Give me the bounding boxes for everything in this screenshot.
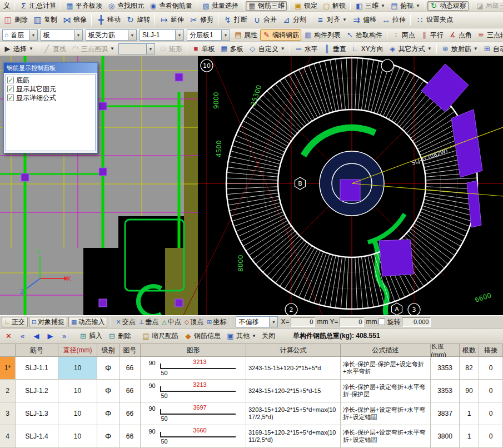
- y-coordinate-input[interactable]: 0: [340, 317, 364, 327]
- cell-count[interactable]: 1: [460, 425, 479, 448]
- show-other-elements-checkbox[interactable]: ✓显示其它图元: [7, 84, 94, 93]
- lock-button[interactable]: ▣锁定: [292, 1, 320, 11]
- cell-diameter[interactable]: 10: [58, 380, 97, 402]
- coordinate-snap[interactable]: ⊞坐标: [206, 317, 227, 327]
- rotate-angle-input[interactable]: 0.000: [402, 317, 431, 327]
- arc-button[interactable]: ◠三点画弧▼: [69, 43, 117, 54]
- rebar-3d-button[interactable]: ▦钢筋三维: [246, 1, 287, 11]
- copy-button[interactable]: ▥复制: [31, 13, 59, 27]
- cad-canvas-area[interactable]: 10B2A3 900025300450080006600SLJ-1C(082W)…: [0, 56, 503, 315]
- cell-formula[interactable]: 3169-15+120-2*15+5*d+max(1011/2,5*d): [246, 425, 341, 448]
- cell-length[interactable]: 3353: [431, 357, 460, 380]
- checkbox-icon[interactable]: ✓: [7, 77, 14, 83]
- select-button[interactable]: ▶选择▼: [1, 43, 36, 54]
- cell-diameter[interactable]: 10: [58, 425, 97, 448]
- cell-shape-diagram[interactable]: 90321350: [141, 380, 246, 402]
- three-point-axis-button[interactable]: ≣三点辅轴▼: [475, 29, 503, 41]
- insert-row-button[interactable]: ⊞插入: [77, 330, 104, 342]
- cell-shape-diagram[interactable]: 90366050: [141, 425, 246, 448]
- component-list-button[interactable]: ▥构件列表: [302, 29, 343, 41]
- view-3d-button[interactable]: ◧三维▼: [353, 1, 387, 11]
- cell-lap[interactable]: 0: [479, 380, 503, 402]
- vertex-snap[interactable]: ◇顶点: [183, 317, 205, 327]
- view-rebar-qty-button[interactable]: ◉查看钢筋量: [147, 1, 195, 11]
- scale-rebar-button[interactable]: ▤缩尺配筋: [140, 330, 181, 342]
- top-view-button[interactable]: ▤俯视▼: [388, 1, 422, 11]
- cell-shape-diagram[interactable]: 90369750: [141, 402, 246, 425]
- unlock-button[interactable]: ▢解锁: [320, 1, 348, 11]
- cell-count[interactable]: 82: [460, 357, 479, 380]
- bottom-rebar-checkbox[interactable]: ✓底筋: [7, 76, 94, 84]
- cell-description[interactable]: 净长-保护层+设定弯折+水平弯折-保护层: [341, 380, 431, 402]
- cell-grade[interactable]: Φ: [97, 380, 119, 402]
- trim-button[interactable]: ✂修剪: [187, 13, 216, 27]
- cell-figure-no[interactable]: 66: [119, 402, 141, 425]
- next-row-button[interactable]: ▶: [44, 330, 57, 342]
- floor-select[interactable]: ⌂首层▼: [2, 29, 38, 41]
- cell-count[interactable]: 1: [460, 402, 479, 425]
- two-point-button[interactable]: ∶两点: [390, 29, 417, 41]
- rebar-display-control-panel[interactable]: 钢筋显示控制面板 ✓底筋✓显示其它图元✓显示详细公式: [3, 62, 98, 153]
- edit-rebar-button[interactable]: ✎编辑钢筋: [260, 29, 301, 41]
- cell-lap[interactable]: 0: [479, 425, 503, 448]
- batch-select-button[interactable]: ▧批量选择: [200, 1, 241, 11]
- find-element-button[interactable]: ◎查找图元: [105, 1, 146, 11]
- cell-description[interactable]: 净长-保护层+设定弯折+水平弯折+设定锚固: [341, 425, 431, 448]
- rebar-info-button[interactable]: ◆钢筋信息: [182, 330, 223, 342]
- rebar-name-select[interactable]: SLJ-1▼: [140, 29, 184, 41]
- sum-calc-button[interactable]: Σ汇总计算: [17, 1, 58, 11]
- cell-formula[interactable]: 3243-15+120-2*15+5*d-15: [246, 380, 341, 402]
- prev-row-button[interactable]: ◀: [30, 330, 43, 342]
- layer-slab-select[interactable]: 分层板1▼: [187, 29, 230, 41]
- row-number[interactable]: 3: [0, 402, 16, 425]
- cell-grade[interactable]: Φ: [97, 425, 119, 448]
- rotate-button[interactable]: ↻旋转: [123, 13, 152, 27]
- properties-button[interactable]: ▤属性: [232, 29, 260, 41]
- object-snap-toggle[interactable]: ⊡对象捕捉: [29, 317, 67, 327]
- ortho-toggle[interactable]: ∟正交: [2, 317, 28, 327]
- cell-diameter[interactable]: 10: [58, 402, 97, 425]
- offset-mode-select[interactable]: 不偏移 ▼: [236, 316, 278, 327]
- checkbox-icon[interactable]: ✓: [7, 94, 14, 101]
- offset-button[interactable]: ⇉偏移: [350, 13, 379, 27]
- dynamic-input-toggle[interactable]: ▦动态输入: [68, 317, 107, 327]
- element-type-select[interactable]: 板▼: [41, 29, 83, 41]
- extend-button[interactable]: ↦延伸: [157, 13, 186, 27]
- cell-shape-diagram[interactable]: 90321350: [141, 357, 246, 380]
- cell-lap[interactable]: 0: [479, 402, 503, 425]
- cell-rebar-id[interactable]: SLJ-1.3: [16, 402, 58, 425]
- cell-length[interactable]: 3837: [431, 402, 460, 425]
- partial-3d-button[interactable]: ◪局部三维: [474, 1, 503, 11]
- first-row-button[interactable]: «: [16, 330, 29, 342]
- panel-title-bar[interactable]: 钢筋显示控制面板: [4, 63, 97, 73]
- cell-lap[interactable]: 0: [479, 357, 503, 380]
- cell-grade[interactable]: Φ: [97, 402, 119, 425]
- x-coordinate-input[interactable]: 0: [291, 317, 315, 327]
- move-button[interactable]: ╋移动: [94, 13, 123, 27]
- show-detailed-formula-checkbox[interactable]: ✓显示详细公式: [7, 93, 94, 102]
- grip-settings-button[interactable]: ∷设置夹点: [413, 13, 455, 27]
- row-number[interactable]: 2: [0, 380, 16, 402]
- horizontal-button[interactable]: ═水平: [292, 43, 320, 54]
- cell-diameter[interactable]: 10: [58, 357, 97, 380]
- cell-figure-no[interactable]: 66: [119, 380, 141, 402]
- midpoint-snap[interactable]: △中点: [161, 317, 182, 327]
- define-button[interactable]: 义: [1, 1, 12, 11]
- cell-formula[interactable]: 3243-15-15+120-2*15+5*d: [246, 357, 341, 380]
- other-method-button[interactable]: ◈其它方式▼: [386, 43, 434, 54]
- dynamic-orbit-button[interactable]: ↻动态观察: [427, 1, 469, 11]
- stretch-button[interactable]: ↔拉伸: [379, 13, 408, 27]
- cell-description[interactable]: 净长-保护层-保护层+设定弯折+水平弯折: [341, 357, 431, 380]
- cell-grade[interactable]: Φ: [97, 357, 119, 380]
- last-row-button[interactable]: »: [58, 330, 71, 342]
- erase-button[interactable]: ◫删除: [1, 13, 30, 27]
- cell-formula[interactable]: 3203-15+120-2*15+5*d+max(1017/2,5*d): [246, 402, 341, 425]
- xy-direction-button[interactable]: ∟XY方向: [349, 43, 386, 54]
- multi-slab-button[interactable]: ▦多板: [218, 43, 246, 54]
- parallel-button[interactable]: ∥平行: [418, 29, 446, 41]
- rotate-checkbox[interactable]: [379, 318, 385, 325]
- close-button[interactable]: 关闭: [260, 330, 277, 342]
- cell-figure-no[interactable]: 66: [119, 425, 141, 448]
- merge-button[interactable]: ∪合并: [250, 13, 279, 27]
- perpendicular-snap[interactable]: ⊥垂点: [138, 317, 160, 327]
